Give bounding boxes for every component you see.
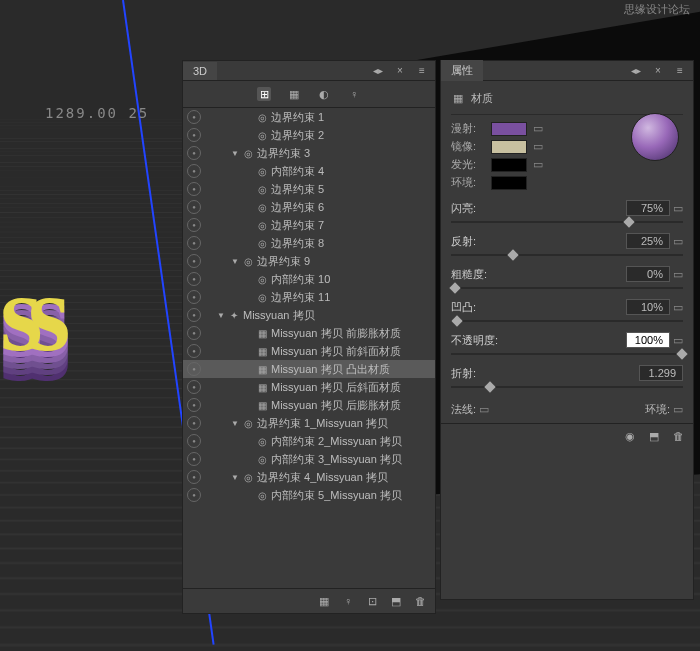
- collapse-icon[interactable]: ◂▸: [371, 64, 385, 78]
- folder-icon[interactable]: ▭: [533, 122, 543, 135]
- layer-row[interactable]: ◎内部约束 10: [183, 270, 435, 288]
- reflect-slider[interactable]: [451, 254, 683, 256]
- material-icon[interactable]: ◐: [317, 87, 331, 101]
- visibility-toggle[interactable]: [187, 470, 201, 484]
- opacity-value[interactable]: 100%: [626, 332, 670, 348]
- bump-slider[interactable]: [451, 320, 683, 322]
- layer-row[interactable]: ▼◎边界约束 3: [183, 144, 435, 162]
- folder-icon[interactable]: ▭: [673, 334, 683, 346]
- expand-arrow-icon[interactable]: ▼: [217, 311, 227, 320]
- footer-new-icon[interactable]: ⬒: [389, 594, 403, 608]
- visibility-toggle[interactable]: [187, 452, 201, 466]
- layer-row[interactable]: ▼◎边界约束 4_Missyuan 拷贝: [183, 468, 435, 486]
- diffuse-swatch[interactable]: [491, 122, 527, 136]
- refract-slider[interactable]: [451, 386, 683, 388]
- folder-icon[interactable]: ▭: [673, 202, 683, 214]
- visibility-toggle[interactable]: [187, 290, 201, 304]
- visibility-toggle[interactable]: [187, 272, 201, 286]
- node-icon: ◎: [255, 238, 269, 249]
- footer-new-icon[interactable]: ⬒: [647, 429, 661, 443]
- folder-icon[interactable]: ▭: [479, 403, 489, 415]
- folder-icon[interactable]: ▭: [673, 403, 683, 415]
- shine-value[interactable]: 75%: [626, 200, 670, 216]
- layer-label: 内部约束 3_Missyuan 拷贝: [269, 452, 402, 467]
- panel-tab-properties[interactable]: 属性: [441, 60, 483, 81]
- layer-row[interactable]: ◎边界约束 5: [183, 180, 435, 198]
- expand-arrow-icon[interactable]: ▼: [231, 257, 241, 266]
- layer-row[interactable]: ◎边界约束 7: [183, 216, 435, 234]
- visibility-toggle[interactable]: [187, 398, 201, 412]
- folder-icon[interactable]: ▭: [533, 140, 543, 153]
- layer-row[interactable]: ◎边界约束 8: [183, 234, 435, 252]
- visibility-toggle[interactable]: [187, 110, 201, 124]
- visibility-toggle[interactable]: [187, 308, 201, 322]
- folder-icon[interactable]: ▭: [533, 158, 543, 171]
- menu-icon[interactable]: ≡: [673, 64, 687, 78]
- layer-label: 边界约束 1: [269, 110, 324, 125]
- visibility-toggle[interactable]: [187, 236, 201, 250]
- panel-tab-3d[interactable]: 3D: [183, 62, 217, 80]
- layer-row[interactable]: ◎边界约束 6: [183, 198, 435, 216]
- folder-icon[interactable]: ▭: [673, 235, 683, 247]
- visibility-toggle[interactable]: [187, 218, 201, 232]
- visibility-toggle[interactable]: [187, 128, 201, 142]
- material-preview-sphere[interactable]: [631, 113, 679, 161]
- layer-row[interactable]: ▦Missyuan 拷贝 后膨胀材质: [183, 396, 435, 414]
- specular-swatch[interactable]: [491, 140, 527, 154]
- layer-row[interactable]: ◎边界约束 2: [183, 126, 435, 144]
- mesh-icon[interactable]: ▦: [287, 87, 301, 101]
- visibility-toggle[interactable]: [187, 200, 201, 214]
- visibility-toggle[interactable]: [187, 362, 201, 376]
- close-icon[interactable]: ×: [651, 64, 665, 78]
- footer-render-icon[interactable]: ▦: [317, 594, 331, 608]
- visibility-toggle[interactable]: [187, 326, 201, 340]
- visibility-toggle[interactable]: [187, 488, 201, 502]
- layer-row[interactable]: ◎边界约束 1: [183, 108, 435, 126]
- expand-arrow-icon[interactable]: ▼: [231, 419, 241, 428]
- scene-icon[interactable]: ⊞: [257, 87, 271, 101]
- visibility-toggle[interactable]: [187, 416, 201, 430]
- footer-light-icon[interactable]: ♀: [341, 594, 355, 608]
- visibility-toggle[interactable]: [187, 164, 201, 178]
- folder-icon[interactable]: ▭: [673, 268, 683, 280]
- expand-arrow-icon[interactable]: ▼: [231, 149, 241, 158]
- rough-value[interactable]: 0%: [626, 266, 670, 282]
- glow-swatch[interactable]: [491, 158, 527, 172]
- refract-value[interactable]: 1.299: [639, 365, 683, 381]
- shine-slider[interactable]: [451, 221, 683, 223]
- footer-trash-icon[interactable]: 🗑: [413, 594, 427, 608]
- collapse-icon[interactable]: ◂▸: [629, 64, 643, 78]
- footer-sphere-icon[interactable]: ◉: [623, 429, 637, 443]
- visibility-toggle[interactable]: [187, 380, 201, 394]
- bump-value[interactable]: 10%: [626, 299, 670, 315]
- layer-row[interactable]: ◎内部约束 4: [183, 162, 435, 180]
- expand-arrow-icon[interactable]: ▼: [231, 473, 241, 482]
- layer-row[interactable]: ▼◎边界约束 9: [183, 252, 435, 270]
- visibility-toggle[interactable]: [187, 182, 201, 196]
- footer-add-icon[interactable]: ⊡: [365, 594, 379, 608]
- layer-row[interactable]: ▦Missyuan 拷贝 凸出材质: [183, 360, 435, 378]
- layer-row[interactable]: ▼✦Missyuan 拷贝: [183, 306, 435, 324]
- layer-list[interactable]: ◎边界约束 1◎边界约束 2▼◎边界约束 3◎内部约束 4◎边界约束 5◎边界约…: [183, 108, 435, 588]
- menu-icon[interactable]: ≡: [415, 64, 429, 78]
- opacity-slider[interactable]: [451, 353, 683, 355]
- folder-icon[interactable]: ▭: [673, 301, 683, 313]
- layer-row[interactable]: ▦Missyuan 拷贝 后斜面材质: [183, 378, 435, 396]
- visibility-toggle[interactable]: [187, 254, 201, 268]
- visibility-toggle[interactable]: [187, 344, 201, 358]
- layer-row[interactable]: ◎内部约束 3_Missyuan 拷贝: [183, 450, 435, 468]
- layer-row[interactable]: ◎内部约束 2_Missyuan 拷贝: [183, 432, 435, 450]
- visibility-toggle[interactable]: [187, 146, 201, 160]
- footer-trash-icon[interactable]: 🗑: [671, 429, 685, 443]
- layer-row[interactable]: ▼◎边界约束 1_Missyuan 拷贝: [183, 414, 435, 432]
- reflect-value[interactable]: 25%: [626, 233, 670, 249]
- layer-row[interactable]: ▦Missyuan 拷贝 前斜面材质: [183, 342, 435, 360]
- layer-row[interactable]: ▦Missyuan 拷贝 前膨胀材质: [183, 324, 435, 342]
- ambient-swatch[interactable]: [491, 176, 527, 190]
- layer-row[interactable]: ◎边界约束 11: [183, 288, 435, 306]
- layer-row[interactable]: ◎内部约束 5_Missyuan 拷贝: [183, 486, 435, 504]
- close-icon[interactable]: ×: [393, 64, 407, 78]
- visibility-toggle[interactable]: [187, 434, 201, 448]
- rough-slider[interactable]: [451, 287, 683, 289]
- light-icon[interactable]: ♀: [347, 87, 361, 101]
